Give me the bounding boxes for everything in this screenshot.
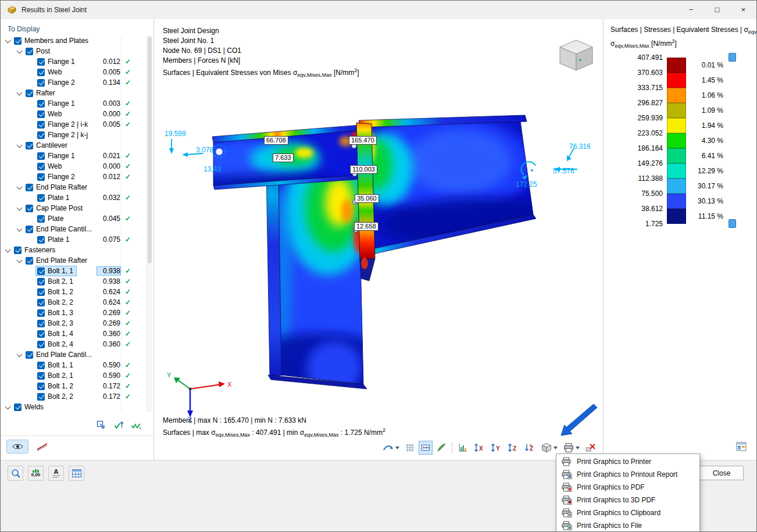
tree-item-body[interactable]: Flange 1 — [35, 56, 78, 67]
tree-item-end-plate-cantil[interactable]: End Plate Cantil... — [1, 224, 146, 234]
tree-item-end-plate-cantil[interactable]: End Plate Cantil... — [1, 349, 146, 360]
tree-item-body[interactable]: Fasteners — [12, 245, 59, 255]
menu-item-print-graphics-to-clipboard[interactable]: Print Graphics to Clipboard — [557, 506, 699, 519]
tree-item-bolt-2-2[interactable]: Bolt 2, 20.172✓ — [1, 391, 146, 402]
tree-item-bolt-2-1[interactable]: Bolt 2, 10.938✓ — [1, 276, 146, 287]
close-window-button[interactable]: × — [730, 1, 756, 19]
maximize-button[interactable]: □ — [704, 1, 730, 19]
tree-item-bolt-1-4[interactable]: Bolt 1, 40.360✓ — [1, 329, 146, 339]
tree-item-web[interactable]: Web0.005✓ — [1, 67, 146, 77]
rendering-button[interactable] — [434, 441, 448, 455]
flip-x-button[interactable]: X — [472, 441, 487, 455]
tree-item-members-and-plates[interactable]: Members and Plates — [1, 35, 146, 46]
dropdown-caret-icon[interactable] — [395, 447, 399, 449]
graphics-viewport[interactable]: Steel Joint DesignSteel Joint No. 1Node … — [153, 19, 604, 460]
tree-item-bolt-1-1[interactable]: Bolt 1, 10.590✓ — [1, 360, 146, 370]
checkbox-checked-icon[interactable] — [26, 184, 33, 191]
result-values-button[interactable] — [419, 441, 433, 455]
tree-item-body[interactable]: Bolt 1, 1 — [35, 266, 77, 276]
tree-item-body[interactable]: Web — [35, 109, 65, 119]
checkbox-checked-icon[interactable] — [37, 341, 45, 348]
tree-item-body[interactable]: End Plate Rafter — [24, 182, 91, 192]
tree-item-bolt-1-3[interactable]: Bolt 1, 30.269✓ — [1, 308, 146, 318]
view-minus-z-button[interactable]: Z — [522, 441, 537, 455]
tree-item-body[interactable]: Plate 1 — [35, 192, 73, 203]
checkbox-checked-icon[interactable] — [37, 393, 45, 401]
tree-item-body[interactable]: Rafter — [24, 88, 59, 98]
checkbox-checked-icon[interactable] — [26, 257, 33, 265]
tree-item-body[interactable]: Bolt 2, 2 — [35, 391, 77, 402]
grid-button[interactable] — [403, 441, 417, 455]
tree-item-body[interactable]: Bolt 2, 1 — [35, 370, 77, 381]
checkbox-checked-icon[interactable] — [26, 90, 33, 97]
tree-item-bolt-2-1[interactable]: Bolt 2, 10.590✓ — [1, 370, 146, 381]
tree-item-flange-2[interactable]: Flange 20.134✓ — [1, 77, 146, 88]
zoom-button[interactable] — [8, 466, 23, 481]
tree-item-body[interactable]: Members and Plates — [12, 35, 92, 46]
tree-item-body[interactable]: Web — [35, 67, 65, 77]
minimize-button[interactable]: − — [678, 1, 704, 19]
checkbox-checked-icon[interactable] — [37, 362, 45, 369]
tree-item-body[interactable]: Flange 2 — [35, 77, 78, 88]
tree-item-plate-1[interactable]: Plate 10.032✓ — [1, 192, 146, 203]
menu-item-print-graphics-to-printout-report[interactable]: Print Graphics to Printout Report — [557, 468, 699, 481]
checkbox-checked-icon[interactable] — [37, 163, 45, 170]
tree-item-body[interactable]: End Plate Rafter — [24, 255, 91, 266]
checkbox-checked-icon[interactable] — [26, 48, 33, 55]
tree-item-end-plate-rafter[interactable]: End Plate Rafter — [1, 182, 146, 192]
result-tables-button[interactable] — [69, 466, 84, 481]
pan-mode-button[interactable] — [381, 441, 401, 455]
checkbox-checked-icon[interactable] — [37, 173, 45, 181]
tree-item-body[interactable]: Bolt 2, 4 — [35, 339, 77, 349]
cancel-print-button[interactable] — [583, 441, 598, 455]
tree-item-post[interactable]: Post — [1, 46, 146, 56]
checkbox-checked-icon[interactable] — [37, 69, 45, 76]
checkbox-checked-icon[interactable] — [37, 58, 45, 66]
tree-item-bolt-1-2[interactable]: Bolt 1, 20.172✓ — [1, 381, 146, 391]
menu-item-print-graphics-to-pdf[interactable]: Print Graphics to PDF — [557, 481, 699, 494]
tree-scrollbar[interactable] — [147, 35, 152, 412]
check-min-max-button[interactable] — [112, 418, 126, 432]
checkbox-checked-icon[interactable] — [14, 247, 22, 254]
checkbox-checked-icon[interactable] — [37, 288, 45, 296]
tree-item-flange-1[interactable]: Flange 10.021✓ — [1, 151, 146, 161]
checkbox-checked-icon[interactable] — [37, 194, 45, 202]
checkbox-checked-icon[interactable] — [37, 121, 45, 128]
checkbox-checked-icon[interactable] — [26, 142, 33, 149]
tree-item-rafter[interactable]: Rafter — [1, 88, 146, 98]
print-button[interactable] — [561, 441, 581, 455]
checkbox-checked-icon[interactable] — [37, 79, 45, 87]
tree-item-flange-2[interactable]: Flange 20.012✓ — [1, 172, 146, 182]
tree-item-body[interactable]: Welds — [12, 402, 47, 412]
panel-settings-button[interactable] — [734, 439, 749, 454]
tree-item-body[interactable]: End Plate Cantil... — [24, 224, 95, 234]
result-diagram-button[interactable] — [456, 441, 470, 455]
checkbox-checked-icon[interactable] — [37, 330, 45, 338]
checkbox-checked-icon[interactable] — [37, 131, 45, 139]
checkbox-checked-icon[interactable] — [37, 236, 45, 244]
tree-item-body[interactable]: End Plate Cantil... — [24, 349, 95, 360]
checkbox-checked-icon[interactable] — [37, 267, 45, 275]
checkbox-checked-icon[interactable] — [37, 320, 45, 327]
tree-item-bolt-2-4[interactable]: Bolt 2, 40.360✓ — [1, 339, 146, 349]
tree-item-flange-2-k-j[interactable]: Flange 2 | k-j — [1, 130, 146, 140]
tree-item-body[interactable]: Bolt 1, 4 — [35, 329, 77, 339]
tree-item-body[interactable]: Flange 2 | i-k — [35, 119, 91, 130]
tree-item-bolt-2-3[interactable]: Bolt 2, 30.269✓ — [1, 318, 146, 329]
tree-item-fasteners[interactable]: Fasteners — [1, 245, 146, 255]
tree-item-flange-2-i-k[interactable]: Flange 2 | i-k0.005✓ — [1, 119, 146, 130]
go-to-result-button[interactable] — [94, 418, 108, 432]
isometric-view-button[interactable] — [539, 441, 559, 455]
dropdown-caret-icon[interactable] — [554, 447, 558, 449]
tree-item-body[interactable]: Cap Plate Post — [24, 203, 86, 213]
navigation-cube[interactable] — [553, 34, 598, 73]
tree-item-plate[interactable]: Plate0.045✓ — [1, 213, 146, 224]
checkbox-checked-icon[interactable] — [37, 309, 45, 317]
tree-item-flange-1[interactable]: Flange 10.012✓ — [1, 56, 146, 67]
legend-slider-bottom[interactable] — [729, 219, 736, 228]
tree-item-body[interactable]: Flange 2 — [35, 172, 78, 182]
tree-item-body[interactable]: Bolt 1, 3 — [35, 308, 77, 318]
tree-item-body[interactable]: Bolt 1, 1 — [35, 360, 77, 370]
tree-item-bolt-1-2[interactable]: Bolt 1, 20.624✓ — [1, 287, 146, 297]
tree-item-plate-1[interactable]: Plate 10.075✓ — [1, 234, 146, 245]
